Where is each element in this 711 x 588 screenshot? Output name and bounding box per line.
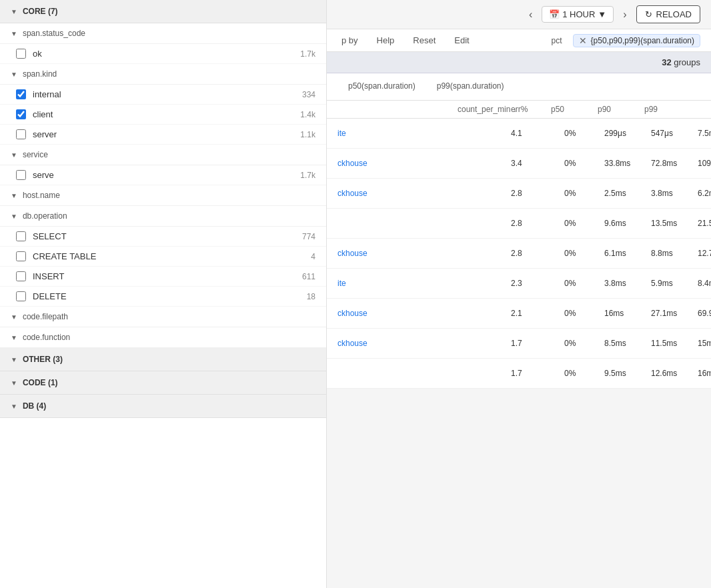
col-p90: p90 xyxy=(598,105,644,114)
section-code[interactable]: ▼ CODE (1) xyxy=(0,371,326,395)
filter-item-delete: DELETE 18 xyxy=(0,287,326,307)
subsection-label: code.function xyxy=(23,333,70,342)
checkbox-client[interactable] xyxy=(16,109,26,119)
section-db[interactable]: ▼ DB (4) xyxy=(0,395,326,418)
filter-label: SELECT xyxy=(33,231,302,241)
row-p50: 299μs xyxy=(604,129,651,138)
subsection-code-function[interactable]: ▼ code.function xyxy=(0,327,326,348)
tab-p50[interactable]: p50(span.duration) xyxy=(337,77,426,96)
row-p90: 12.6ms xyxy=(651,369,698,378)
row-p90: 3.8ms xyxy=(651,189,698,198)
chevron-down-icon: ▼ xyxy=(598,9,606,19)
row-err-pct: 0% xyxy=(564,249,604,258)
filter-remove-button[interactable]: ✕ xyxy=(579,36,587,45)
table-row: ckhouse 1.7 0% 8.5ms 11.5ms 15ms ≡ ▾ xyxy=(327,329,711,359)
tab-p99-label: p99(span.duration) xyxy=(437,81,504,91)
table-row: ckhouse 2.8 0% 2.5ms 3.8ms 6.2ms ≡ ▾ xyxy=(327,179,711,209)
col-name xyxy=(337,105,458,114)
edit-button[interactable]: Edit xyxy=(450,33,473,47)
filter-label: INSERT xyxy=(33,271,302,281)
row-count-per-min: 2.8 xyxy=(511,249,564,258)
groups-bar: 32 groups xyxy=(327,52,711,73)
subsection-db-operation[interactable]: ▼ db.operation xyxy=(0,206,326,227)
filter-item-serve: serve 1.7k xyxy=(0,165,326,185)
row-p50: 9.5ms xyxy=(604,369,651,378)
prev-button[interactable]: ‹ xyxy=(525,6,536,23)
filter-item-ok: ok 1.7k xyxy=(0,44,326,64)
row-p50: 3.8ms xyxy=(604,279,651,288)
row-count-per-min: 3.4 xyxy=(511,159,564,168)
left-filter-panel: ▼ CORE (7) ▼ span.status_code ok 1.7k ▼ … xyxy=(0,0,327,588)
row-p90: 8.8ms xyxy=(651,249,698,258)
help-button[interactable]: Help xyxy=(373,33,399,47)
checkbox-internal[interactable] xyxy=(16,89,26,99)
subsection-code-filepath[interactable]: ▼ code.filepath xyxy=(0,307,326,327)
next-button[interactable]: › xyxy=(619,6,630,23)
group-by-button[interactable]: p by xyxy=(337,33,362,47)
filter-tag: ✕ {p50,p90,p99}(span.duration) xyxy=(573,34,700,47)
row-count-per-min: 2.1 xyxy=(511,309,564,318)
calendar-icon: 📅 xyxy=(549,9,560,19)
row-err-pct: 0% xyxy=(564,309,604,318)
row-count-per-min: 1.7 xyxy=(511,369,564,378)
section-other-label: OTHER (3) xyxy=(23,355,63,364)
filter-label: client xyxy=(33,109,300,119)
row-p99: 16ms xyxy=(698,369,711,378)
subsection-service[interactable]: ▼ service xyxy=(0,145,326,165)
row-p99: 109ms xyxy=(698,159,711,168)
row-name[interactable]: ckhouse xyxy=(337,339,458,348)
subsection-label: code.filepath xyxy=(23,312,68,321)
subsection-host-name[interactable]: ▼ host.name xyxy=(0,185,326,206)
row-name[interactable]: ckhouse xyxy=(337,159,458,168)
checkbox-ok[interactable] xyxy=(16,49,26,59)
row-name[interactable]: ckhouse xyxy=(337,309,458,318)
edit-label: Edit xyxy=(454,35,469,45)
reload-icon: ↻ xyxy=(645,9,652,19)
filter-tag-text: {p50,p90,p99}(span.duration) xyxy=(591,36,694,45)
filter-label: CREATE TABLE xyxy=(33,251,311,261)
subsection-span-status-code[interactable]: ▼ span.status_code xyxy=(0,23,326,44)
table-row: ckhouse 2.1 0% 16ms 27.1ms 69.9ms ≡ ▾ xyxy=(327,299,711,329)
row-sparkline xyxy=(458,154,511,173)
chevron-down-icon: ▼ xyxy=(11,8,17,15)
col-count-per-min[interactable]: count_per_min ↓ xyxy=(458,105,511,114)
groups-count: 32 xyxy=(662,57,671,67)
row-name[interactable]: ite xyxy=(337,279,458,288)
chevron-down-icon: ▼ xyxy=(11,334,17,341)
row-p99: 15ms xyxy=(698,339,711,348)
checkbox-create-table[interactable] xyxy=(16,251,26,261)
time-selector[interactable]: 📅 1 HOUR ▼ xyxy=(542,6,614,23)
tab-p99[interactable]: p99(span.duration) xyxy=(426,77,515,96)
section-other[interactable]: ▼ OTHER (3) xyxy=(0,348,326,371)
checkbox-select[interactable] xyxy=(16,231,26,241)
row-name[interactable]: ite xyxy=(337,129,458,138)
row-err-pct: 0% xyxy=(564,189,604,198)
table-header: count_per_min ↓ err% p50 p90 p99 xyxy=(327,101,711,119)
row-sparkline xyxy=(458,304,511,323)
reset-label: Reset xyxy=(413,35,436,45)
row-p90: 5.9ms xyxy=(651,279,698,288)
section-core[interactable]: ▼ CORE (7) xyxy=(0,0,326,23)
section-code-label: CODE (1) xyxy=(23,378,58,387)
row-err-pct: 0% xyxy=(564,219,604,228)
row-name[interactable]: ckhouse xyxy=(337,189,458,198)
checkbox-insert[interactable] xyxy=(16,271,26,281)
row-p50: 33.8ms xyxy=(604,159,651,168)
reset-button[interactable]: Reset xyxy=(409,33,440,47)
chevron-down-icon: ▼ xyxy=(11,71,17,78)
row-name[interactable]: ckhouse xyxy=(337,249,458,258)
row-p99: 12.7ms xyxy=(698,249,711,258)
checkbox-delete[interactable] xyxy=(16,291,26,301)
row-p99: 7.5ms xyxy=(698,129,711,138)
row-p99: 21.5ms xyxy=(698,219,711,228)
reload-button[interactable]: ↻ RELOAD xyxy=(636,5,700,23)
checkbox-serve[interactable] xyxy=(16,170,26,180)
chevron-down-icon: ▼ xyxy=(11,379,17,387)
filter-label: internal xyxy=(33,89,302,99)
row-count-per-min: 2.8 xyxy=(511,219,564,228)
subsection-span-kind[interactable]: ▼ span.kind xyxy=(0,64,326,85)
checkbox-server[interactable] xyxy=(16,129,26,139)
row-err-pct: 0% xyxy=(564,159,604,168)
row-sparkline xyxy=(458,214,511,233)
row-sparkline xyxy=(458,334,511,353)
